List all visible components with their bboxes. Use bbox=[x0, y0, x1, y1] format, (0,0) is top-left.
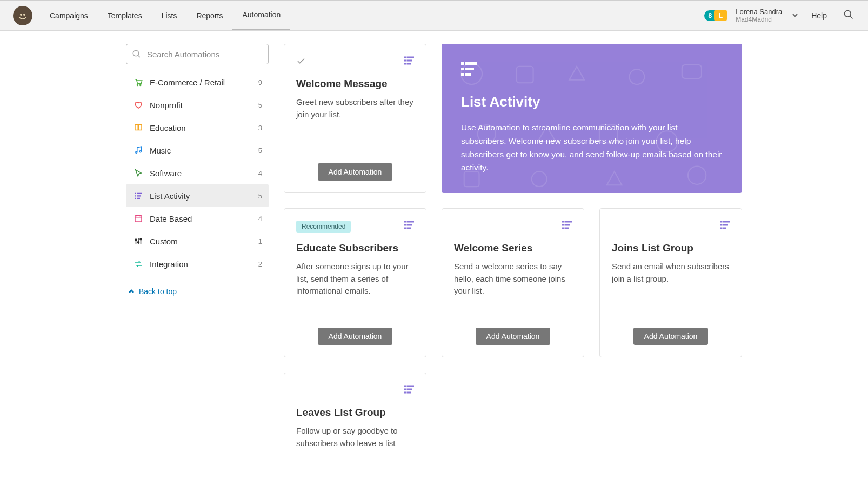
content-grid: Welcome Message Greet new subscribers af… bbox=[284, 44, 742, 478]
sidebar-item-label: Nonprofit bbox=[150, 101, 258, 110]
sidebar-item-count: 4 bbox=[258, 215, 262, 223]
search-input[interactable] bbox=[147, 50, 263, 59]
card-desc: Follow up or say goodbye to subscribers … bbox=[296, 425, 414, 449]
cursor-icon bbox=[132, 168, 144, 178]
sidebar-item-label: Custom bbox=[150, 237, 258, 246]
sidebar-item-software[interactable]: Software 4 bbox=[126, 162, 269, 184]
recommended-badge: Recommended bbox=[296, 221, 351, 233]
svg-rect-55 bbox=[565, 221, 572, 223]
nav-campaigns[interactable]: Campaigns bbox=[40, 1, 98, 30]
svg-point-34 bbox=[630, 69, 645, 84]
svg-rect-66 bbox=[404, 386, 406, 387]
add-automation-button[interactable]: Add Automation bbox=[476, 328, 551, 345]
search-icon bbox=[132, 49, 142, 59]
svg-line-3 bbox=[850, 16, 853, 18]
svg-rect-27 bbox=[407, 57, 415, 58]
add-automation-button[interactable]: Add Automation bbox=[318, 328, 393, 345]
svg-point-1 bbox=[23, 14, 25, 16]
svg-rect-48 bbox=[404, 221, 406, 223]
add-automation-button[interactable]: Add Automation bbox=[633, 328, 709, 345]
logo[interactable] bbox=[13, 6, 32, 25]
svg-point-2 bbox=[845, 10, 851, 17]
search-button[interactable] bbox=[834, 9, 863, 22]
sidebar-item-integration[interactable]: Integration 2 bbox=[126, 253, 269, 275]
svg-point-32 bbox=[461, 63, 482, 84]
card-educate-subscribers: Recommended Educate Subscribers After so… bbox=[284, 208, 426, 357]
list-icon bbox=[720, 221, 730, 231]
svg-rect-28 bbox=[404, 60, 406, 62]
sidebar-item-count: 4 bbox=[258, 169, 262, 177]
back-to-top-label: Back to top bbox=[139, 287, 177, 296]
sidebar-item-list-activity[interactable]: List Activity 5 bbox=[126, 184, 269, 207]
svg-rect-62 bbox=[720, 224, 722, 226]
svg-point-8 bbox=[136, 151, 137, 153]
svg-rect-61 bbox=[723, 221, 730, 223]
list-icon bbox=[404, 56, 414, 67]
svg-rect-49 bbox=[407, 221, 415, 223]
nav-reports[interactable]: Reports bbox=[186, 1, 232, 30]
svg-rect-11 bbox=[137, 193, 142, 194]
sidebar-item-label: Music bbox=[150, 146, 258, 155]
svg-rect-52 bbox=[404, 228, 406, 229]
svg-rect-71 bbox=[407, 392, 411, 394]
sidebar-item-nonprofit[interactable]: Nonprofit 5 bbox=[126, 94, 269, 116]
help-link[interactable]: Help bbox=[804, 11, 834, 20]
sidebar-item-label: List Activity bbox=[150, 191, 258, 201]
svg-rect-16 bbox=[135, 216, 142, 222]
svg-line-5 bbox=[138, 55, 140, 57]
nav-templates[interactable]: Templates bbox=[98, 1, 152, 30]
heart-icon bbox=[132, 100, 144, 110]
svg-rect-65 bbox=[723, 228, 727, 229]
card-desc: Send an email when subscribers join a li… bbox=[612, 261, 730, 285]
sidebar-item-label: Education bbox=[150, 123, 258, 132]
svg-point-4 bbox=[133, 50, 139, 56]
main-nav: Campaigns Templates Lists Reports Automa… bbox=[40, 1, 290, 30]
sidebar: E-Commerce / Retail 9 Nonprofit 5 Educat… bbox=[126, 44, 269, 478]
card-desc: Greet new subscribers after they join yo… bbox=[296, 96, 414, 121]
svg-rect-33 bbox=[517, 67, 533, 83]
svg-point-36 bbox=[478, 125, 496, 143]
svg-point-9 bbox=[139, 151, 141, 152]
book-icon bbox=[132, 123, 144, 132]
sliders-icon bbox=[132, 236, 144, 246]
svg-rect-26 bbox=[404, 57, 406, 58]
card-welcome-series: Welcome Series Send a welcome series to … bbox=[442, 208, 584, 357]
back-to-top[interactable]: Back to top bbox=[126, 287, 269, 296]
nav-lists[interactable]: Lists bbox=[152, 1, 187, 30]
add-automation-button[interactable]: Add Automation bbox=[318, 163, 393, 181]
svg-rect-51 bbox=[407, 224, 413, 226]
svg-rect-56 bbox=[562, 224, 564, 226]
svg-rect-31 bbox=[407, 63, 411, 65]
svg-rect-39 bbox=[464, 171, 479, 187]
sidebar-item-label: Integration bbox=[150, 260, 258, 269]
card-leaves-list-group: Leaves List Group Follow up or say goodb… bbox=[284, 373, 426, 478]
sidebar-item-music[interactable]: Music 5 bbox=[126, 139, 269, 162]
sidebar-item-label: E-Commerce / Retail bbox=[150, 78, 258, 87]
svg-rect-29 bbox=[407, 60, 413, 62]
svg-point-41 bbox=[688, 167, 706, 184]
sidebar-item-count: 5 bbox=[258, 101, 262, 109]
card-desc: After someone signs up to your list, sen… bbox=[296, 261, 414, 297]
cart-icon bbox=[132, 77, 144, 87]
card-title: Welcome Series bbox=[454, 242, 572, 254]
card-title: Welcome Message bbox=[296, 78, 414, 90]
sidebar-item-date-based[interactable]: Date Based 4 bbox=[126, 207, 269, 230]
svg-rect-67 bbox=[407, 386, 415, 387]
account-badge[interactable]: 8 L bbox=[704, 10, 727, 21]
sidebar-item-label: Date Based bbox=[150, 214, 258, 223]
svg-rect-12 bbox=[135, 195, 136, 196]
svg-point-40 bbox=[532, 171, 547, 187]
sidebar-item-education[interactable]: Education 3 bbox=[126, 116, 269, 139]
sidebar-item-custom[interactable]: Custom 1 bbox=[126, 230, 269, 253]
user-menu[interactable]: Lorena Sandra Mad4Madrid bbox=[736, 8, 782, 23]
svg-point-23 bbox=[135, 239, 137, 241]
svg-rect-13 bbox=[137, 195, 141, 196]
sidebar-item-ecommerce[interactable]: E-Commerce / Retail 9 bbox=[126, 71, 269, 94]
hero-list-activity: List Activity Use Automation to streamli… bbox=[442, 44, 742, 193]
chevron-down-icon[interactable] bbox=[792, 11, 798, 21]
search-automations[interactable] bbox=[126, 44, 269, 64]
nav-automation[interactable]: Automation bbox=[232, 1, 290, 30]
card-desc: Send a welcome series to say hello, each… bbox=[454, 261, 572, 297]
svg-point-24 bbox=[138, 242, 139, 243]
svg-rect-60 bbox=[720, 221, 722, 223]
